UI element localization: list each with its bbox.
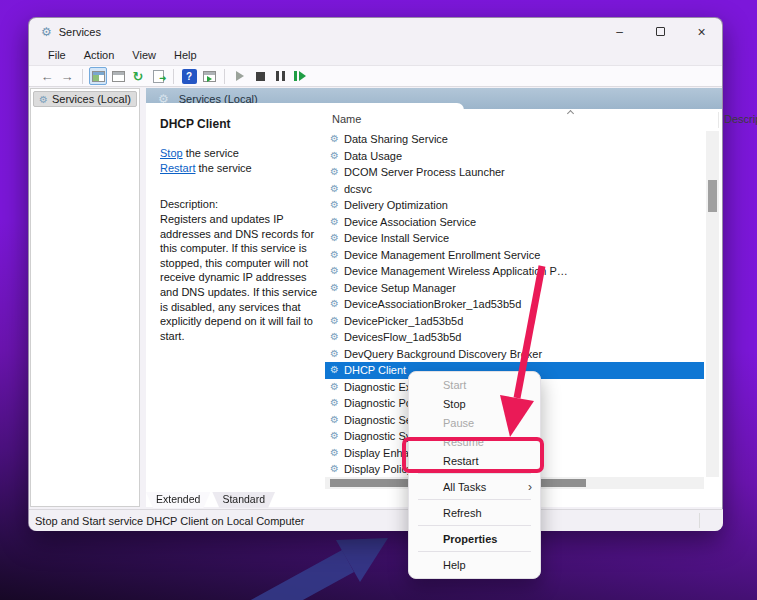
restart-service-line: Restart the service	[160, 161, 312, 176]
service-row[interactable]: ⚙Device Management Enrollment ServicePer…	[325, 247, 704, 264]
service-row[interactable]: ⚙DevQuery Background Discovery BrokerEna…	[325, 346, 704, 363]
title-bar[interactable]: ⚙ Services – ×	[29, 18, 722, 45]
service-row[interactable]: ⚙DCOM Server Process LauncherThe DCOML..…	[325, 164, 704, 181]
service-gear-icon: ⚙	[330, 266, 342, 276]
menu-item-label: Properties	[443, 533, 497, 545]
extended-info-pane: DHCP Client Stop the service Restart the…	[146, 110, 324, 507]
service-name: DeviceAssociationBroker_1ad53b5d	[344, 298, 571, 310]
service-gear-icon: ⚙	[330, 448, 342, 458]
toolbar-separator	[82, 69, 83, 84]
description-label: Description:	[160, 198, 312, 210]
service-gear-icon: ⚙	[330, 233, 342, 243]
export-list-icon[interactable]: ➜	[149, 67, 167, 85]
restart-service-rest: the service	[195, 162, 251, 174]
menu-separator	[418, 525, 531, 526]
status-bar: Stop and Start service DHCP Client on Lo…	[29, 509, 723, 531]
context-menu-item-stop[interactable]: Stop	[409, 394, 540, 413]
service-row[interactable]: ⚙Device Management Wireless Application …	[325, 263, 704, 280]
console-tree-pane: ⚙ Services (Local)	[30, 88, 140, 507]
maximize-icon	[656, 27, 665, 36]
service-row[interactable]: ⚙DeviceAssociationBroker_1ad53b5dEnables…	[325, 296, 704, 313]
menu-view[interactable]: View	[123, 47, 165, 63]
stop-service-icon[interactable]	[251, 67, 269, 85]
menu-item-label: Pause	[443, 417, 474, 429]
stop-service-line: Stop the service	[160, 146, 312, 161]
minimize-button[interactable]: –	[599, 18, 640, 45]
context-menu-item-properties[interactable]: Properties	[409, 529, 540, 548]
selected-service-title: DHCP Client	[160, 117, 312, 131]
close-button[interactable]: ×	[681, 18, 722, 45]
restart-service-link[interactable]: Restart	[160, 162, 195, 174]
menu-separator	[418, 473, 531, 474]
toolbar-separator	[224, 69, 225, 84]
service-gear-icon: ⚙	[330, 283, 342, 293]
service-gear-icon: ⚙	[330, 382, 342, 392]
column-header-description[interactable]: Description	[724, 113, 757, 125]
back-icon[interactable]: ←	[38, 67, 56, 85]
menu-item-label: All Tasks	[443, 481, 486, 493]
service-gear-icon: ⚙	[330, 200, 342, 210]
window-title: Services	[59, 26, 101, 38]
service-row[interactable]: ⚙Data Sharing ServiceProvides dat...Runn…	[325, 131, 704, 148]
service-name: Data Usage	[344, 150, 571, 162]
maximize-button[interactable]	[640, 18, 681, 45]
service-row[interactable]: ⚙Delivery OptimizationPerforms co...	[325, 197, 704, 214]
tab-extended[interactable]: Extended	[146, 492, 210, 508]
context-menu: StartStopPauseResumeRestartAll Tasks›Ref…	[408, 371, 541, 579]
service-row[interactable]: ⚙Device Setup ManagerEnables the ...	[325, 280, 704, 297]
context-menu-item-pause: Pause	[409, 413, 540, 432]
menu-item-label: Start	[443, 379, 466, 391]
menu-bar: File Action View Help	[29, 45, 722, 65]
service-description: Registers and updates IP addresses and D…	[160, 212, 326, 343]
service-name: Device Management Wireless Application P…	[344, 265, 571, 277]
service-name: DCOM Server Process Launcher	[344, 166, 571, 178]
pause-service-icon[interactable]	[271, 67, 289, 85]
forward-icon[interactable]: →	[58, 67, 76, 85]
properties-window-icon[interactable]	[109, 67, 127, 85]
stop-service-link[interactable]: Stop	[160, 147, 183, 159]
context-menu-item-resume: Resume	[409, 432, 540, 451]
vertical-scrollbar-thumb[interactable]	[708, 180, 717, 212]
menu-action[interactable]: Action	[75, 47, 124, 63]
context-menu-item-all-tasks[interactable]: All Tasks›	[409, 477, 540, 496]
column-divider[interactable]	[718, 112, 719, 128]
context-menu-item-restart[interactable]: Restart	[409, 451, 540, 470]
toolbar: ← → ↻ ➜ ?	[29, 65, 722, 87]
menu-item-label: Restart	[443, 455, 478, 467]
submenu-arrow-icon: ›	[528, 480, 532, 494]
service-row[interactable]: ⚙Device Association ServiceEnables pairi…	[325, 214, 704, 231]
menu-item-label: Help	[443, 559, 466, 571]
help-icon[interactable]: ?	[180, 67, 198, 85]
menu-help[interactable]: Help	[165, 47, 206, 63]
service-name: dcsvc	[344, 183, 571, 195]
start-service-icon	[231, 67, 249, 85]
vertical-scrollbar[interactable]	[706, 131, 719, 477]
context-menu-item-start: Start	[409, 375, 540, 394]
service-row[interactable]: ⚙Device Install ServiceEnables a co...Ru…	[325, 230, 704, 247]
view-tabs: Extended Standard	[146, 492, 275, 508]
refresh-icon[interactable]: ↻	[129, 67, 147, 85]
service-gear-icon: ⚙	[330, 299, 342, 309]
status-bar-divider	[699, 513, 700, 528]
context-menu-item-help[interactable]: Help	[409, 555, 540, 574]
context-menu-item-refresh[interactable]: Refresh	[409, 503, 540, 522]
service-name: Delivery Optimization	[344, 199, 571, 211]
show-console-tree-icon[interactable]	[89, 67, 107, 85]
tab-standard[interactable]: Standard	[212, 492, 275, 508]
list-header: Name Description Status	[325, 110, 704, 130]
tree-item-services-local[interactable]: ⚙ Services (Local)	[33, 91, 137, 107]
service-row[interactable]: ⚙DevicePicker_1ad53b5dThis user ser...	[325, 313, 704, 330]
menu-file[interactable]: File	[39, 47, 75, 63]
service-name: Data Sharing Service	[344, 133, 571, 145]
service-row[interactable]: ⚙dcsvcDeclared Co...	[325, 181, 704, 198]
service-gear-icon: ⚙	[330, 167, 342, 177]
service-row[interactable]: ⚙DevicesFlow_1ad53b5dAllows Conn...	[325, 329, 704, 346]
service-gear-icon: ⚙	[330, 431, 342, 441]
service-name: Device Association Service	[344, 216, 571, 228]
column-header-name[interactable]: Name	[332, 113, 361, 125]
restart-service-icon[interactable]	[291, 67, 309, 85]
menu-separator	[418, 499, 531, 500]
service-row[interactable]: ⚙Data UsageNetwork dat...Running	[325, 148, 704, 165]
status-bar-text: Stop and Start service DHCP Client on Lo…	[35, 515, 304, 527]
show-action-pane-icon[interactable]	[200, 67, 218, 85]
